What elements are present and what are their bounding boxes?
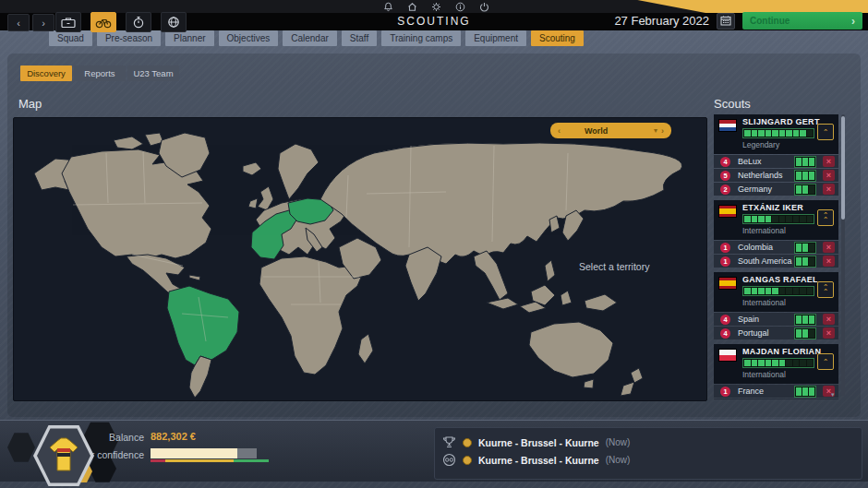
tab-planner[interactable]: Planner xyxy=(165,30,213,46)
netherlands-flag-icon xyxy=(718,119,737,132)
scout-count-badge: 4 xyxy=(720,157,730,167)
race-name: Kuurne - Brussel - Kuurne xyxy=(478,455,599,466)
territory-row[interactable]: 4Portugal× xyxy=(714,327,838,339)
settings-gear-icon[interactable] xyxy=(430,1,441,12)
territory-selector[interactable]: ‹ World ▾ › xyxy=(550,123,671,138)
scout-header[interactable]: SLIJNGARD GERTLegendary⌃ xyxy=(714,114,838,154)
territory-knowledge-bar xyxy=(794,399,816,400)
remove-territory-button[interactable]: × xyxy=(823,242,835,253)
territory-row[interactable]: 1South America× xyxy=(714,255,838,268)
territory-prev-icon[interactable]: ‹ xyxy=(558,126,561,136)
scouting-subtabs: DiscoveryReportsU23 Team xyxy=(20,65,179,81)
scouting-mode-icon[interactable] xyxy=(90,12,116,32)
tab-training-camps[interactable]: Training camps xyxy=(381,30,461,46)
tab-squad[interactable]: Squad xyxy=(49,30,92,46)
tab-staff[interactable]: Staff xyxy=(342,30,377,46)
scout-skill-bar xyxy=(742,286,814,296)
scout-count-badge: 5 xyxy=(720,171,730,181)
scout-header[interactable]: MAJDAN FLORIANInternational⌃ xyxy=(714,344,838,384)
remove-territory-button[interactable]: × xyxy=(823,327,835,339)
territory-knowledge-bar xyxy=(794,184,816,196)
territory-knowledge-bar xyxy=(794,256,816,268)
world-map[interactable] xyxy=(14,118,706,400)
scout-count-badge: 4 xyxy=(720,328,730,339)
home-icon[interactable] xyxy=(406,1,417,12)
tab-scouting[interactable]: Scouting xyxy=(531,30,584,46)
scout-header[interactable]: GANGAS RAFAELInternational⌃⌃ xyxy=(714,272,838,312)
bell-icon[interactable] xyxy=(382,1,393,12)
territory-row[interactable]: 2Germany× xyxy=(714,183,838,196)
promote-scout-chevron-icon[interactable]: ⌃ xyxy=(817,124,834,140)
map-hint-text: Select a territory xyxy=(579,261,707,272)
briefcase-icon[interactable] xyxy=(55,12,81,32)
territory-selector-value: World xyxy=(585,126,608,136)
globe-icon[interactable] xyxy=(161,12,187,32)
scouts-section-title: Scouts xyxy=(714,97,751,111)
promote-scout-double-chevron-icon[interactable]: ⌃⌃ xyxy=(817,281,834,298)
scroll-down-icon[interactable]: ▾ xyxy=(831,391,835,399)
scout-card: SLIJNGARD GERTLegendary⌃4BeLux×5Netherla… xyxy=(714,114,838,196)
remove-territory-button[interactable]: × xyxy=(823,170,835,181)
subtab-u23-team[interactable]: U23 Team xyxy=(127,65,179,81)
scout-header[interactable]: ETXÁNIZ IKERInternational⌃⌃ xyxy=(714,200,838,240)
scout-level: International xyxy=(742,370,834,379)
remove-territory-button[interactable]: × xyxy=(823,256,835,267)
territory-row[interactable]: 4BeLux× xyxy=(714,155,838,168)
territory-knowledge-bar xyxy=(794,327,816,339)
promote-scout-double-chevron-icon[interactable]: ⌃⌃ xyxy=(817,209,834,226)
game-date: 27 February 2022 xyxy=(614,14,709,28)
promote-scout-chevron-icon[interactable]: ⌃ xyxy=(817,353,834,370)
scout-count-badge: 1 xyxy=(720,243,730,253)
subtab-discovery[interactable]: Discovery xyxy=(20,65,72,81)
race-status-dot xyxy=(463,456,472,465)
back-button[interactable]: ‹ xyxy=(7,14,30,31)
scout-skill-bar xyxy=(742,128,814,138)
tab-pre-season[interactable]: Pre-season xyxy=(97,30,161,46)
remove-territory-button[interactable]: × xyxy=(823,184,835,195)
scouts-scrollbar[interactable] xyxy=(841,114,845,396)
tab-calendar[interactable]: Calendar xyxy=(283,30,337,46)
stopwatch-icon[interactable] xyxy=(126,12,151,32)
scrollbar-thumb[interactable] xyxy=(841,116,845,220)
calendar-icon[interactable] xyxy=(717,13,735,30)
remove-territory-button[interactable]: × xyxy=(823,314,835,325)
scout-count-badge: 1 xyxy=(720,256,730,267)
chevron-down-icon[interactable]: ▾ xyxy=(654,126,657,135)
territory-name: BeLux xyxy=(738,157,762,166)
territory-knowledge-bar xyxy=(794,242,816,254)
territory-row[interactable]: 4Spain× xyxy=(714,313,838,326)
spain-flag-icon xyxy=(718,277,737,290)
info-icon[interactable] xyxy=(454,1,465,12)
scout-card: GANGAS RAFAELInternational⌃⌃4Spain×4Port… xyxy=(714,272,838,339)
power-icon[interactable] xyxy=(478,1,489,12)
territory-row[interactable]: 1France× xyxy=(714,385,838,398)
tab-objectives[interactable]: Objectives xyxy=(219,30,279,46)
upcoming-races-panel: Kuurne - Brussel - Kuurne(Now)Kuurne - B… xyxy=(434,427,862,480)
remove-territory-button[interactable]: × xyxy=(823,156,835,167)
scout-count-badge: 1 xyxy=(720,387,730,397)
continue-button[interactable]: Continue › xyxy=(742,12,862,30)
territory-row[interactable]: 1Colombia× xyxy=(714,241,838,254)
territory-name: Spain xyxy=(738,315,759,324)
territory-next-icon[interactable]: › xyxy=(661,126,664,136)
territory-row[interactable]: 5Netherlands× xyxy=(714,169,838,182)
scout-skill-bar xyxy=(742,214,814,224)
tab-equipment[interactable]: Equipment xyxy=(465,30,526,46)
territory-knowledge-bar xyxy=(794,170,816,182)
race-row[interactable]: Kuurne - Brussel - Kuurne(Now) xyxy=(442,453,630,467)
territory-name: South America xyxy=(738,256,792,266)
sponsor-confidence-bar xyxy=(151,448,257,458)
scout-level: International xyxy=(742,298,834,307)
territory-name: Netherlands xyxy=(738,171,783,180)
territory-name: France xyxy=(738,387,764,396)
trophy-icon xyxy=(442,435,456,449)
race-row[interactable]: Kuurne - Brussel - Kuurne(Now) xyxy=(442,435,630,449)
app-window: ‹ › SCOUTING 27 February 2022 Continue ›… xyxy=(0,0,868,488)
race-status: (Now) xyxy=(606,437,631,447)
map-panel: ‹ World ▾ › Select a territory xyxy=(13,117,707,401)
race-status: (Now) xyxy=(606,455,631,465)
territory-knowledge-bar xyxy=(794,386,816,398)
subtab-reports[interactable]: Reports xyxy=(74,65,126,81)
forward-button[interactable]: › xyxy=(32,14,54,31)
territory-row[interactable]: 1Central Europe× xyxy=(714,399,838,399)
